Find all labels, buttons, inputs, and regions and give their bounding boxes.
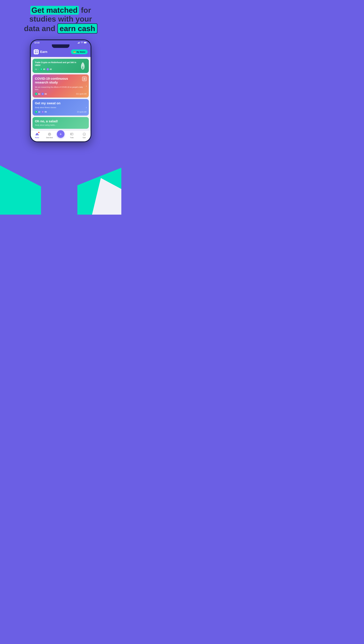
salad-title: Oh no, a salad! bbox=[35, 120, 86, 123]
ad-sep: • bbox=[38, 68, 39, 70]
covid-cash-icon: $ bbox=[35, 92, 38, 95]
svg-rect-5 bbox=[84, 42, 86, 43]
traits-icon-wrap bbox=[70, 132, 74, 136]
nav-plus-button[interactable]: + bbox=[57, 130, 64, 138]
app-logo bbox=[34, 49, 39, 54]
svg-point-13 bbox=[71, 134, 71, 134]
status-time: 12:22 bbox=[34, 42, 40, 44]
earn-icon bbox=[82, 132, 86, 136]
status-icons bbox=[78, 42, 87, 44]
salad-card[interactable]: Oh no, a salad! Study about eating habit… bbox=[32, 117, 89, 129]
logo-dot-1 bbox=[35, 50, 36, 52]
wifi-icon bbox=[81, 42, 83, 44]
fitness-cash-icon: $ bbox=[35, 110, 38, 113]
hero-heading: Get matched for studies with your data a… bbox=[4, 6, 117, 34]
bg-decoration-left bbox=[0, 144, 41, 214]
covid-footer: $ 54 U 65 321 spots left bbox=[35, 92, 86, 95]
reward-count-2: 40 bbox=[50, 68, 52, 70]
fitness-ubdi-icon: U bbox=[41, 110, 44, 113]
fitness-footer: $ 12 U 65 20 spots left bbox=[35, 110, 86, 113]
fitness-cash-count: 12 bbox=[38, 111, 40, 113]
logo-dot-3 bbox=[35, 52, 36, 53]
covid-spots: 321 spots left bbox=[76, 93, 86, 95]
covid-desc: We are researching the effects of COVID-… bbox=[35, 86, 86, 91]
battery-icon bbox=[84, 42, 87, 44]
svg-rect-6 bbox=[86, 42, 87, 43]
wallet-button-label: My Wallet bbox=[77, 51, 85, 53]
ad-card-text: Trade Crypto on Robinhood and get $40 in… bbox=[35, 61, 78, 70]
covid-title: COVID-19 continuous research study bbox=[35, 77, 74, 84]
covid-reward-1: $ 54 bbox=[35, 92, 40, 95]
earn-icon-wrap bbox=[82, 132, 86, 136]
home-notification-dot bbox=[38, 132, 40, 133]
home-label: Home bbox=[35, 137, 39, 138]
nav-item-traits[interactable]: Traits bbox=[67, 132, 77, 138]
nav-item-databank[interactable]: Data Bank bbox=[44, 132, 55, 138]
covid-cash-count: 54 bbox=[38, 93, 40, 95]
fitness-card[interactable]: Get my sweat on Study about fitness clas… bbox=[32, 99, 89, 116]
databank-icon bbox=[48, 132, 51, 136]
reward-badge-1: $ 40 bbox=[40, 68, 45, 70]
ad-card[interactable]: Trade Crypto on Robinhood and get $40 in… bbox=[32, 59, 89, 73]
databank-icon-wrap bbox=[48, 132, 52, 136]
covid-chevron: › bbox=[86, 84, 87, 88]
phone-screen: 12:22 bbox=[31, 40, 90, 141]
cards-container: Trade Crypto on Robinhood and get $40 in… bbox=[31, 57, 90, 130]
salad-desc: Study about eating habits... bbox=[35, 124, 86, 126]
svg-point-14 bbox=[71, 134, 71, 134]
databank-label: Data Bank bbox=[46, 137, 53, 138]
fitness-desc: Study about fitness classes bbox=[35, 106, 86, 109]
hero-highlight2: earn cash bbox=[58, 24, 98, 34]
notch-bar bbox=[52, 44, 70, 48]
fitness-title: Get my sweat on bbox=[35, 102, 86, 105]
home-icon-wrap bbox=[35, 132, 39, 136]
svg-rect-1 bbox=[78, 42, 79, 44]
reward-count-1: 40 bbox=[43, 68, 45, 70]
fitness-reward-2: U 65 bbox=[41, 110, 46, 113]
robinhood-icon bbox=[79, 62, 86, 70]
app-title: Earn bbox=[40, 50, 47, 54]
hero-text1: for bbox=[81, 6, 91, 14]
header-left: Earn bbox=[34, 49, 47, 54]
svg-rect-2 bbox=[79, 42, 79, 44]
phone-notch bbox=[31, 44, 90, 48]
reward-badge-2: U 40 bbox=[46, 68, 52, 70]
logo-dot-4 bbox=[36, 52, 38, 53]
nav-item-earn[interactable]: Earn bbox=[79, 132, 90, 138]
logo-inner bbox=[35, 50, 38, 53]
fitness-reward-1: $ 12 bbox=[35, 110, 40, 113]
covid-reward-2: U 65 bbox=[41, 92, 46, 95]
phone-frame: 12:22 bbox=[30, 40, 92, 142]
hero-text2: studies with your bbox=[29, 15, 92, 23]
hero-highlight1: Get matched bbox=[30, 6, 79, 15]
hero-text3: data and bbox=[24, 24, 55, 33]
plus-icon: + bbox=[60, 132, 62, 136]
wallet-button[interactable]: 💳 My Wallet bbox=[71, 50, 88, 54]
reward-icon-ubdi: U bbox=[46, 68, 49, 70]
phone-mockup: 12:22 bbox=[0, 40, 121, 151]
fitness-rewards: $ 12 U 65 bbox=[35, 110, 47, 113]
ad-card-title: Trade Crypto on Robinhood and get $40 in… bbox=[35, 61, 78, 66]
traits-label: Traits bbox=[70, 137, 74, 138]
svg-rect-3 bbox=[80, 42, 80, 44]
ad-label: Ad bbox=[35, 68, 37, 70]
logo-dot-2 bbox=[36, 50, 38, 52]
hero-section: Get matched for studies with your data a… bbox=[0, 0, 121, 36]
traits-icon bbox=[70, 132, 74, 136]
covid-badge: 3 bbox=[82, 76, 87, 81]
fitness-chevron: › bbox=[86, 106, 87, 109]
covid-card[interactable]: 3 COVID-19 continuous research study We … bbox=[32, 74, 89, 98]
home-icon bbox=[35, 132, 39, 136]
fitness-ubdi-count: 65 bbox=[44, 111, 46, 113]
bottom-navigation: Home Data Bank bbox=[31, 130, 90, 141]
app-header: Earn 💳 My Wallet bbox=[31, 48, 90, 57]
signal-icon bbox=[78, 42, 80, 44]
nav-item-home[interactable]: Home bbox=[32, 132, 42, 138]
svg-rect-10 bbox=[70, 133, 73, 135]
reward-icon-cash: $ bbox=[40, 68, 42, 70]
covid-ubdi-count: 65 bbox=[44, 93, 46, 95]
earn-label: Earn bbox=[83, 137, 86, 138]
ad-card-meta: Ad • $ 40 U 40 bbox=[35, 68, 78, 70]
fitness-spots: 20 spots left bbox=[77, 111, 86, 113]
covid-ubdi-icon: U bbox=[41, 92, 44, 95]
